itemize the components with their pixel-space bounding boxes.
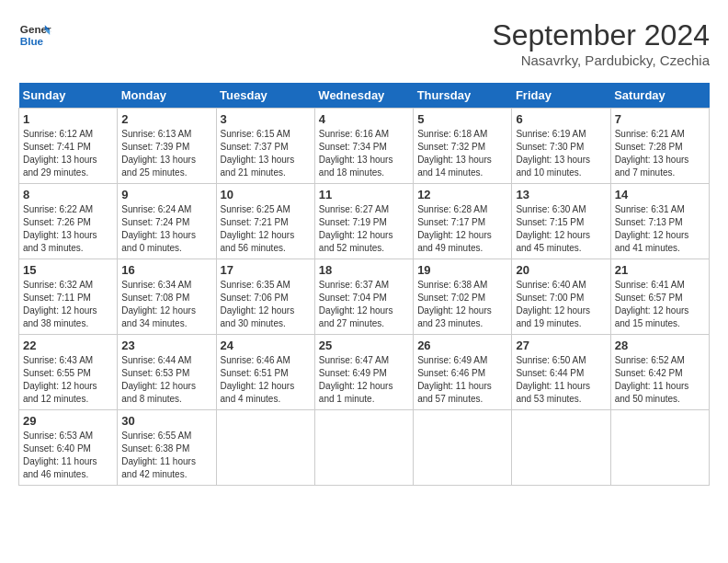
- svg-text:Blue: Blue: [20, 35, 44, 47]
- day-15: 15 Sunrise: 6:32 AMSunset: 7:11 PMDaylig…: [19, 259, 118, 335]
- day-21: 21 Sunrise: 6:41 AMSunset: 6:57 PMDaylig…: [610, 259, 709, 335]
- col-saturday: Saturday: [610, 83, 709, 109]
- day-18: 18 Sunrise: 6:37 AMSunset: 7:04 PMDaylig…: [314, 259, 413, 335]
- day-8: 8 Sunrise: 6:22 AMSunset: 7:26 PMDayligh…: [19, 184, 118, 259]
- col-friday: Friday: [512, 83, 610, 109]
- week-3: 15 Sunrise: 6:32 AMSunset: 7:11 PMDaylig…: [19, 259, 710, 335]
- empty-cell-3: [414, 410, 512, 486]
- col-thursday: Thursday: [414, 83, 512, 109]
- day-9: 9 Sunrise: 6:24 AMSunset: 7:24 PMDayligh…: [118, 184, 216, 259]
- day-17: 17 Sunrise: 6:35 AMSunset: 7:06 PMDaylig…: [216, 259, 314, 335]
- title-block: September 2024 Nasavrky, Pardubicky, Cze…: [492, 18, 710, 68]
- day-29: 29 Sunrise: 6:53 AMSunset: 6:40 PMDaylig…: [19, 410, 118, 486]
- month-title: September 2024: [492, 18, 710, 52]
- logo: General Blue: [18, 18, 51, 52]
- day-22: 22 Sunrise: 6:43 AMSunset: 6:55 PMDaylig…: [19, 335, 118, 410]
- empty-cell-4: [512, 410, 610, 486]
- day-12: 12 Sunrise: 6:28 AMSunset: 7:17 PMDaylig…: [414, 184, 512, 259]
- empty-cell-1: [216, 410, 314, 486]
- empty-cell-2: [314, 410, 413, 486]
- day-25: 25 Sunrise: 6:47 AMSunset: 6:49 PMDaylig…: [314, 335, 413, 410]
- col-sunday: Sunday: [19, 83, 118, 109]
- day-10: 10 Sunrise: 6:25 AMSunset: 7:21 PMDaylig…: [216, 184, 314, 259]
- day-19: 19 Sunrise: 6:38 AMSunset: 7:02 PMDaylig…: [414, 259, 512, 335]
- day-23: 23 Sunrise: 6:44 AMSunset: 6:53 PMDaylig…: [118, 335, 216, 410]
- logo-icon: General Blue: [18, 18, 51, 52]
- day-20: 20 Sunrise: 6:40 AMSunset: 7:00 PMDaylig…: [512, 259, 610, 335]
- day-13: 13 Sunrise: 6:30 AMSunset: 7:15 PMDaylig…: [512, 184, 610, 259]
- col-wednesday: Wednesday: [314, 83, 413, 109]
- day-4: 4 Sunrise: 6:16 AMSunset: 7:34 PMDayligh…: [314, 109, 413, 184]
- week-1: 1 Sunrise: 6:12 AMSunset: 7:41 PMDayligh…: [19, 109, 710, 184]
- day-24: 24 Sunrise: 6:46 AMSunset: 6:51 PMDaylig…: [216, 335, 314, 410]
- calendar-table: Sunday Monday Tuesday Wednesday Thursday…: [18, 83, 710, 486]
- col-monday: Monday: [118, 83, 216, 109]
- week-5: 29 Sunrise: 6:53 AMSunset: 6:40 PMDaylig…: [19, 410, 710, 486]
- day-28: 28 Sunrise: 6:52 AMSunset: 6:42 PMDaylig…: [610, 335, 709, 410]
- day-1: 1 Sunrise: 6:12 AMSunset: 7:41 PMDayligh…: [19, 109, 118, 184]
- day-3: 3 Sunrise: 6:15 AMSunset: 7:37 PMDayligh…: [216, 109, 314, 184]
- day-26: 26 Sunrise: 6:49 AMSunset: 6:46 PMDaylig…: [414, 335, 512, 410]
- location: Nasavrky, Pardubicky, Czechia: [492, 52, 710, 68]
- header-row: Sunday Monday Tuesday Wednesday Thursday…: [19, 83, 710, 109]
- day-5: 5 Sunrise: 6:18 AMSunset: 7:32 PMDayligh…: [414, 109, 512, 184]
- day-7: 7 Sunrise: 6:21 AMSunset: 7:28 PMDayligh…: [610, 109, 709, 184]
- week-2: 8 Sunrise: 6:22 AMSunset: 7:26 PMDayligh…: [19, 184, 710, 259]
- day-16: 16 Sunrise: 6:34 AMSunset: 7:08 PMDaylig…: [118, 259, 216, 335]
- day-27: 27 Sunrise: 6:50 AMSunset: 6:44 PMDaylig…: [512, 335, 610, 410]
- col-tuesday: Tuesday: [216, 83, 314, 109]
- day-2: 2 Sunrise: 6:13 AMSunset: 7:39 PMDayligh…: [118, 109, 216, 184]
- day-11: 11 Sunrise: 6:27 AMSunset: 7:19 PMDaylig…: [314, 184, 413, 259]
- day-6: 6 Sunrise: 6:19 AMSunset: 7:30 PMDayligh…: [512, 109, 610, 184]
- empty-cell-5: [610, 410, 709, 486]
- page-header: General Blue September 2024 Nasavrky, Pa…: [18, 18, 710, 68]
- day-30: 30 Sunrise: 6:55 AMSunset: 6:38 PMDaylig…: [118, 410, 216, 486]
- week-4: 22 Sunrise: 6:43 AMSunset: 6:55 PMDaylig…: [19, 335, 710, 410]
- day-14: 14 Sunrise: 6:31 AMSunset: 7:13 PMDaylig…: [610, 184, 709, 259]
